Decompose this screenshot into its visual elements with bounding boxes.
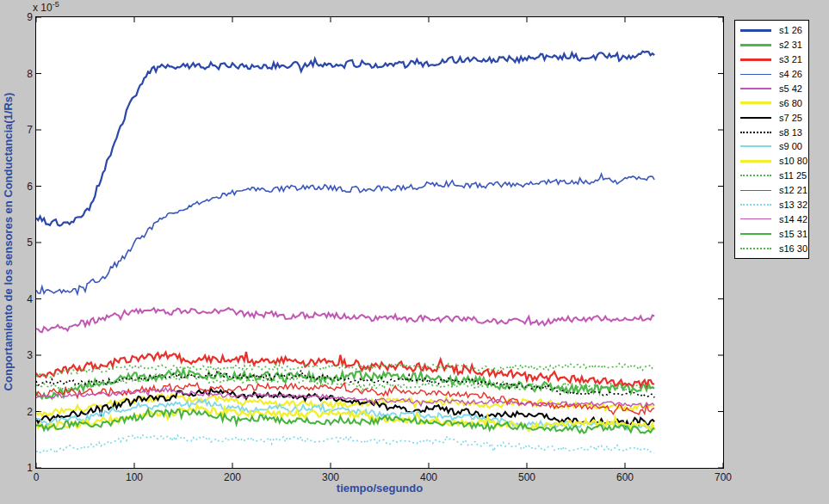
legend-entry-s3-21: s3 21 xyxy=(735,52,808,67)
legend-entry-s4-26: s4 26 xyxy=(735,67,808,82)
legend-label: s2 31 xyxy=(779,40,802,50)
x-tick-label: 100 xyxy=(113,471,156,483)
legend-line-sample xyxy=(740,58,771,61)
legend-label: s6 80 xyxy=(779,98,802,108)
matlab-figure: x 10-5 123456789 0100200300400500600700 … xyxy=(0,0,829,504)
legend-label: s16 30 xyxy=(779,243,807,254)
legend-label: s4 26 xyxy=(779,69,802,79)
legend-label: s9 00 xyxy=(779,141,802,151)
legend-line-sample xyxy=(740,88,771,89)
legend-line-sample xyxy=(740,117,771,119)
legend-entry-s11-25: s11 25 xyxy=(735,169,808,183)
x-tick-label: 600 xyxy=(603,471,646,483)
plot-canvas xyxy=(36,17,723,468)
legend-entry-s5-42: s5 42 xyxy=(735,82,808,96)
legend-label: s13 32 xyxy=(779,200,807,210)
legend-entry-s1-26: s1 26 xyxy=(735,23,808,38)
legend-line-sample xyxy=(740,44,771,46)
legend-entry-s6-80: s6 80 xyxy=(735,95,808,110)
legend-entry-s8-13: s8 13 xyxy=(735,125,808,139)
legend-line-sample xyxy=(740,74,771,75)
legend-line-sample xyxy=(740,204,771,206)
legend-label: s7 25 xyxy=(779,113,802,123)
legend-line-sample xyxy=(740,29,771,32)
legend-entry-s2-31: s2 31 xyxy=(735,38,808,52)
legend-entry-s9-00: s9 00 xyxy=(735,139,808,154)
legend-line-sample xyxy=(740,145,771,147)
legend-label: s10 80 xyxy=(779,156,807,166)
legend-entry-s15-31: s15 31 xyxy=(735,226,808,241)
legend-entry-s12-21: s12 21 xyxy=(735,183,808,198)
legend-label: s5 42 xyxy=(779,83,802,94)
legend-line-sample xyxy=(740,160,771,163)
legend-line-sample xyxy=(740,248,771,249)
legend-label: s1 26 xyxy=(779,25,802,35)
x-axis-label: tiempo/segundo xyxy=(207,482,552,495)
legend-label: s12 21 xyxy=(779,185,807,195)
legend-label: s3 21 xyxy=(779,54,802,65)
legend-label: s11 25 xyxy=(779,170,807,181)
y-axis-multiplier: x 10-5 xyxy=(33,0,59,14)
plot-area xyxy=(35,16,724,469)
y-axis-label: Conportamiento de los sensores en Conduc… xyxy=(2,1,15,482)
y-axis-multiplier-exponent: -5 xyxy=(53,0,59,9)
legend-line-sample xyxy=(740,233,771,235)
legend-line-sample xyxy=(740,190,771,191)
legend-line-sample xyxy=(740,101,771,104)
series-line-s1-26 xyxy=(36,52,654,226)
series-line-s13-32 xyxy=(36,434,654,453)
legend-entry-s10-80: s10 80 xyxy=(735,154,808,169)
legend-entry-s13-32: s13 32 xyxy=(735,198,808,212)
series-line-s3-21 xyxy=(36,352,654,386)
y-axis-multiplier-base: x 10 xyxy=(33,2,53,14)
legend-line-sample xyxy=(740,175,771,176)
x-tick-label: 0 xyxy=(15,471,58,483)
series-line-s2-31 xyxy=(36,370,654,399)
legend-entry-s16-30: s16 30 xyxy=(735,241,808,255)
legend-label: s8 13 xyxy=(779,127,802,138)
legend-line-sample xyxy=(740,132,771,133)
x-tick-label: 700 xyxy=(702,471,745,483)
legend-entry-s14-42: s14 42 xyxy=(735,212,808,226)
legend-line-sample xyxy=(740,218,771,219)
legend-box: s1 26s2 31s3 21s4 26s5 42s6 80s7 25s8 13… xyxy=(734,20,809,259)
legend-entry-s7-25: s7 25 xyxy=(735,110,808,125)
legend-label: s14 42 xyxy=(779,214,807,224)
series-line-s4-26 xyxy=(36,174,654,293)
legend-label: s15 31 xyxy=(779,229,807,239)
series-line-s5-42 xyxy=(36,308,654,332)
